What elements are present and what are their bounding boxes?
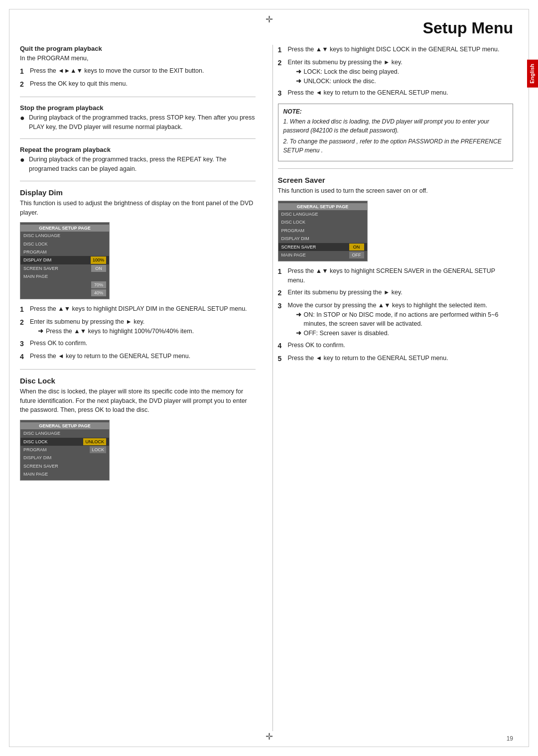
menu-row: DISC LOCK xyxy=(278,218,367,226)
menu-row-active: DISC LOCK UNLOCK xyxy=(20,438,109,446)
step-text: Press OK to confirm. xyxy=(288,341,514,350)
step-number: 3 xyxy=(278,301,285,311)
menu-value: ON xyxy=(349,244,364,251)
screen-saver-step-4: 4 Press OK to confirm. xyxy=(278,341,514,351)
arrow-icon: ➜ xyxy=(296,67,302,77)
sub-item: ➜ LOCK: Lock the disc being played. xyxy=(296,67,514,77)
display-dim-heading: Display Dim xyxy=(20,188,256,197)
quit-step-1: 1 Press the ◄►▲▼ keys to move the cursor… xyxy=(20,66,256,77)
menu-label: MAIN PAGE xyxy=(23,273,91,280)
menu-row: DISPLAY DIM xyxy=(278,235,367,243)
menu-label: DISC LOCK xyxy=(23,241,91,248)
menu-label: PROGRAM xyxy=(281,227,349,234)
menu-label: DISPLAY DIM xyxy=(281,235,349,242)
repeat-text: During playback of the programmed tracks… xyxy=(29,155,256,174)
disc-lock-right-steps: 1 Press the ▲▼ keys to highlight DISC LO… xyxy=(278,45,514,99)
stop-bullet-1: ● During playback of the programmed trac… xyxy=(20,113,256,132)
menu-value: LOCK xyxy=(90,446,106,453)
menu-label: DISC LOCK xyxy=(23,438,83,445)
divider xyxy=(278,168,514,169)
divider xyxy=(20,138,256,139)
menu-label: PROGRAM xyxy=(23,446,90,453)
stop-heading: Stop the program playback xyxy=(20,104,256,112)
menu-value: 70% xyxy=(91,281,106,288)
menu-row: MAIN PAGE xyxy=(20,272,109,280)
step-number: 5 xyxy=(278,354,285,364)
menu-row: DISC LANGUAGE xyxy=(20,429,109,437)
step-text: Enter its submenu by pressing the ► key.… xyxy=(288,58,514,86)
step-text: Press the ▲▼ keys to highlight DISPLAY D… xyxy=(30,304,256,314)
step-text: Press the ▲▼ keys to highlight DISC LOCK… xyxy=(288,45,514,54)
arrow-icon: ➜ xyxy=(38,327,44,336)
right-column: 1 Press the ▲▼ keys to highlight DISC LO… xyxy=(272,45,514,731)
repeat-bullet-1: ● During playback of the programmed trac… xyxy=(20,155,256,174)
disc-lock-step-3: 3 Press the ◄ key to return to the GENER… xyxy=(278,88,514,99)
arrow-icon: ➜ xyxy=(296,310,302,320)
step-number: 1 xyxy=(20,66,27,77)
note-title: NOTE: xyxy=(283,108,508,115)
step-number: 2 xyxy=(278,58,285,68)
repeat-heading: Repeat the program playback xyxy=(20,146,256,153)
display-dim-step-3: 3 Press OK to confirm. xyxy=(20,339,256,349)
screen-saver-step-1: 1 Press the ▲▼ keys to highlight SCREEN … xyxy=(278,266,514,285)
menu-row: DISPLAY DIM xyxy=(20,454,109,462)
step-text: Enter its submenu by pressing the ► key.… xyxy=(30,317,256,336)
menu-row: MAIN PAGE xyxy=(20,470,109,478)
note-line-2: 2. To change the password , refer to the… xyxy=(283,137,508,155)
divider xyxy=(20,369,256,370)
screen-saver-step-3: 3 Move the cursor by pressing the ▲▼ key… xyxy=(278,301,514,338)
quit-intro: In the PROGRAM menu, xyxy=(20,54,256,63)
note-box: NOTE: 1. When a locked disc is loading, … xyxy=(278,104,514,161)
screen-saver-heading: Screen Saver xyxy=(278,176,514,184)
menu-row-active: DISPLAY DIM 100% xyxy=(20,256,109,264)
screen-saver-menu: GENERAL SETUP PAGE DISC LANGUAGE DISC LO… xyxy=(278,201,368,261)
display-dim-step-2: 2 Enter its submenu by pressing the ► ke… xyxy=(20,317,256,336)
stop-section: Stop the program playback ● During playb… xyxy=(20,104,256,132)
main-content: Quit the program playback In the PROGRAM… xyxy=(20,45,513,731)
bullet-icon: ● xyxy=(20,155,26,164)
menu-value: ON xyxy=(91,265,106,272)
page-number: 19 xyxy=(507,735,513,742)
menu-label: SCREEN SAVER xyxy=(23,463,91,470)
compass-top: ✛ xyxy=(266,14,273,25)
step-number: 3 xyxy=(278,88,285,99)
menu-label: DISC LANGUAGE xyxy=(23,430,91,437)
display-dim-section: Display Dim This function is used to adj… xyxy=(20,188,256,362)
menu-value: 40% xyxy=(91,289,106,296)
menu-row: DISC LANGUAGE xyxy=(278,210,367,218)
menu-row: PROGRAM xyxy=(20,248,109,256)
sub-text: LOCK: Lock the disc being played. xyxy=(304,67,400,77)
sub-item: ➜ Press the ▲▼ keys to highlight 100%/70… xyxy=(38,327,256,336)
left-column: Quit the program playback In the PROGRAM… xyxy=(20,45,261,731)
menu-row: MAIN PAGE OFF xyxy=(278,251,367,259)
step-text: Press the ◄ key to return to the GENERAL… xyxy=(288,88,514,98)
disc-lock-heading: Disc Lock xyxy=(20,377,256,385)
menu-row: 70% xyxy=(20,281,109,289)
step-text: Press the ◄ key to return to the GENERAL… xyxy=(288,354,514,363)
step-number: 3 xyxy=(20,339,27,349)
display-dim-description: This function is used to adjust the brig… xyxy=(20,199,256,218)
step-number: 1 xyxy=(20,304,27,315)
sub-item: ➜ ON: In STOP or No DISC mode, if no act… xyxy=(296,310,514,329)
screen-saver-steps: 1 Press the ▲▼ keys to highlight SCREEN … xyxy=(278,266,514,364)
menu-label: DISC LOCK xyxy=(281,219,349,226)
page-title: Setup Menu xyxy=(423,19,513,37)
display-dim-step-4: 4 Press the ◄ key to return to the GENER… xyxy=(20,352,256,362)
disc-lock-menu: GENERAL SETUP PAGE DISC LANGUAGE DISC LO… xyxy=(20,420,110,481)
sub-item: ➜ OFF: Screen saver is disabled. xyxy=(296,329,514,338)
screen-saver-step-2: 2 Enter its submenu by pressing the ► ke… xyxy=(278,288,514,298)
repeat-section: Repeat the program playback ● During pla… xyxy=(20,146,256,174)
disc-lock-step-2: 2 Enter its submenu by pressing the ► ke… xyxy=(278,58,514,86)
compass-bottom: ✛ xyxy=(266,731,273,742)
menu-row: DISC LOCK xyxy=(20,240,109,248)
menu-label: DISPLAY DIM xyxy=(23,454,91,461)
step-text: Press the ◄ key to return to the GENERAL… xyxy=(30,352,256,361)
stop-bullets: ● During playback of the programmed trac… xyxy=(20,113,256,132)
menu-row-active: SCREEN SAVER ON xyxy=(278,243,367,251)
menu-label: DISC LANGUAGE xyxy=(281,211,349,218)
menu-row: SCREEN SAVER ON xyxy=(20,264,109,272)
quit-steps: 1 Press the ◄►▲▼ keys to move the cursor… xyxy=(20,66,256,90)
note-line-1: 1. When a locked disc is loading, the DV… xyxy=(283,117,508,135)
step-number: 4 xyxy=(278,341,285,351)
sub-item: ➜ UNLOCK: unlock the disc. xyxy=(296,77,514,86)
